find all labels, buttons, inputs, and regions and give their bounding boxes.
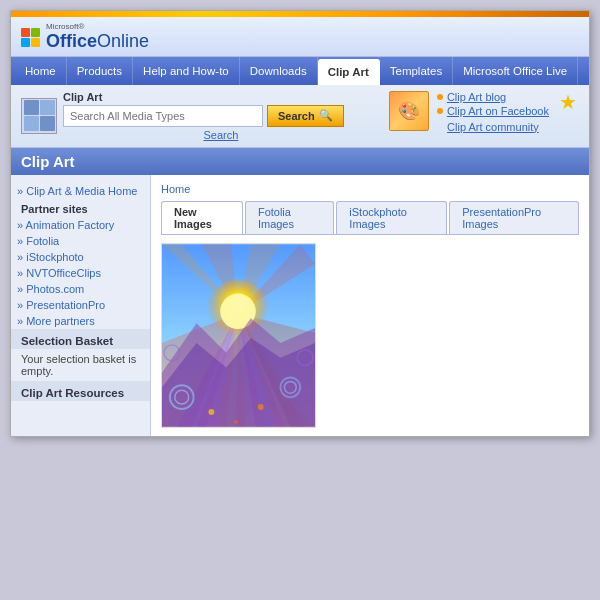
sidebar-selection-basket-title: Selection Basket bbox=[11, 329, 150, 349]
sidebar-link-media-home[interactable]: Clip Art & Media Home bbox=[11, 183, 150, 199]
nav-templates[interactable]: Templates bbox=[380, 57, 453, 85]
search-button-label: Search bbox=[278, 110, 315, 122]
sidebar-link-animation[interactable]: Animation Factory bbox=[11, 217, 150, 233]
nav-home[interactable]: Home bbox=[15, 57, 67, 85]
tab-fotolia[interactable]: Fotolia Images bbox=[245, 201, 334, 234]
search-right: 🎨 Clip Art blog Clip Art on Facebook Cli… bbox=[389, 91, 579, 133]
bullet-icon bbox=[437, 94, 443, 100]
online-label: Online bbox=[97, 32, 149, 52]
tab-istockphoto[interactable]: iStockphoto Images bbox=[336, 201, 447, 234]
sidebar-link-photos[interactable]: Photos.com bbox=[11, 281, 150, 297]
sidebar-link-nvt[interactable]: NVTOfficeClips bbox=[11, 265, 150, 281]
search-area: Clip Art Search 🔍 Search 🎨 Clip Art blog bbox=[11, 85, 589, 148]
clipart-facebook-link[interactable]: Clip Art on Facebook bbox=[437, 105, 549, 117]
community-links: Clip Art blog Clip Art on Facebook Clip … bbox=[437, 91, 549, 133]
logo-sq-red bbox=[21, 28, 30, 37]
sidebar-selection-basket-text: Your selection basket is empty. bbox=[11, 349, 150, 381]
tab-new-images[interactable]: New Images bbox=[161, 201, 243, 234]
logo-sq-blue bbox=[21, 38, 30, 47]
community-thumbnail: 🎨 bbox=[389, 91, 429, 131]
search-label: Clip Art bbox=[63, 91, 379, 103]
main-content: Clip Art & Media Home Partner sites Anim… bbox=[11, 175, 589, 436]
sidebar-partner-sites-label: Partner sites bbox=[11, 199, 150, 217]
nav-help[interactable]: Help and How-to bbox=[133, 57, 240, 85]
clipart-blog-link[interactable]: Clip Art blog bbox=[437, 91, 549, 103]
star-icon: ★ bbox=[557, 91, 579, 113]
clipart-icon bbox=[21, 98, 57, 134]
ca-sq-4 bbox=[40, 116, 55, 131]
clipart-featured-image bbox=[161, 243, 316, 428]
nav-live[interactable]: Microsoft Office Live bbox=[453, 57, 578, 85]
sidebar-link-istockphoto[interactable]: iStockphoto bbox=[11, 249, 150, 265]
svg-point-26 bbox=[258, 404, 264, 410]
header: Microsoft® Office Online bbox=[11, 17, 589, 57]
search-row: Search 🔍 bbox=[63, 105, 379, 127]
sidebar-link-presentationpro[interactable]: PresentationPro bbox=[11, 297, 150, 313]
logo-sq-green bbox=[31, 28, 40, 37]
sidebar-link-more[interactable]: More partners bbox=[11, 313, 150, 329]
search-left: Clip Art Search 🔍 Search bbox=[21, 91, 379, 141]
logo-icon bbox=[21, 28, 40, 47]
app-window: Microsoft® Office Online Home Products H… bbox=[10, 10, 590, 437]
clipart-blog-label: Clip Art blog bbox=[447, 91, 506, 103]
content-area: Home New Images Fotolia Images iStockpho… bbox=[151, 175, 589, 436]
page-title-bar: Clip Art bbox=[11, 148, 589, 175]
search-input[interactable] bbox=[63, 105, 263, 127]
sidebar-resources-title: Clip Art Resources bbox=[11, 381, 150, 401]
nav-downloads[interactable]: Downloads bbox=[240, 57, 318, 85]
search-link[interactable]: Search bbox=[63, 129, 379, 141]
clipart-svg bbox=[162, 244, 315, 427]
logo-block: Microsoft® Office Online bbox=[21, 23, 149, 52]
clipart-facebook-label: Clip Art on Facebook bbox=[447, 105, 549, 117]
clipart-icon-grid bbox=[24, 100, 55, 131]
breadcrumb[interactable]: Home bbox=[161, 183, 579, 195]
logo-text: Microsoft® Office Online bbox=[46, 23, 149, 52]
nav-bar: Home Products Help and How-to Downloads … bbox=[11, 57, 589, 85]
ca-sq-1 bbox=[24, 100, 39, 115]
search-button[interactable]: Search 🔍 bbox=[267, 105, 344, 127]
nav-clipart[interactable]: Clip Art bbox=[318, 59, 380, 85]
search-icon: 🔍 bbox=[319, 109, 333, 122]
nav-products[interactable]: Products bbox=[67, 57, 133, 85]
office-label: Office bbox=[46, 32, 97, 52]
sidebar-link-fotolia[interactable]: Fotolia bbox=[11, 233, 150, 249]
tabs-bar: New Images Fotolia Images iStockphoto Im… bbox=[161, 201, 579, 235]
ca-sq-3 bbox=[24, 116, 39, 131]
tab-presentationpro[interactable]: PresentationPro Images bbox=[449, 201, 579, 234]
logo-sq-yellow bbox=[31, 38, 40, 47]
bullet-icon-2 bbox=[437, 108, 443, 114]
community-label[interactable]: Clip Art community bbox=[437, 121, 549, 133]
page-title: Clip Art bbox=[21, 153, 75, 170]
svg-point-25 bbox=[208, 409, 214, 415]
search-input-block: Clip Art Search 🔍 Search bbox=[63, 91, 379, 141]
svg-point-27 bbox=[234, 419, 238, 423]
sidebar: Clip Art & Media Home Partner sites Anim… bbox=[11, 175, 151, 436]
ca-sq-2 bbox=[40, 100, 55, 115]
